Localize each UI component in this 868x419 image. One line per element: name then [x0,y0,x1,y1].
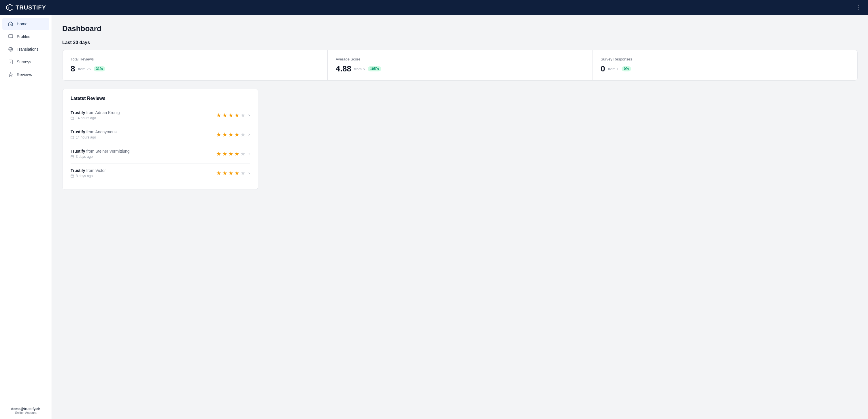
sidebar-item-reviews[interactable]: Reviews [2,68,49,80]
stat-value-0: 8 [71,64,75,73]
chevron-right-icon-3: › [248,170,250,176]
review-from-label-0: from Adrian Kronig [86,110,120,115]
review-profile-2: Trustify [71,149,85,154]
chevron-right-icon-1: › [248,132,250,137]
sidebar-footer: demo@trustify.ch Switch Account [0,402,52,419]
sidebar-item-surveys-label: Surveys [17,60,31,64]
review-list: Trustify from Adrian Kronig 14 hours ago… [71,106,250,183]
stat-survey-responses: Survey Responses 0 from 1 0% [592,50,857,80]
review-title-3: Trustify from Victor [71,168,106,173]
review-title-0: Trustify from Adrian Kronig [71,110,120,115]
review-item-3[interactable]: Trustify from Victor 8 days ago ★★★★★ › [71,164,250,183]
stat-label-1: Average Score [336,57,584,61]
chevron-right-icon-0: › [248,112,250,118]
sidebar-item-surveys[interactable]: Surveys [2,56,49,68]
sidebar-item-translations-label: Translations [17,47,39,52]
review-profile-1: Trustify [71,130,85,134]
stat-value-2: 0 [600,64,605,73]
page-title: Dashboard [62,24,858,33]
star-empty: ★ [240,170,246,176]
review-meta-1: 14 hours ago [71,135,117,139]
review-meta-3: 8 days ago [71,174,106,178]
review-from-label-3: from Victor [86,168,105,173]
stat-badge-0: 31% [94,66,105,71]
star-filled: ★ [222,112,227,119]
reviews-icon [8,72,13,77]
app-logo: T TRUSTIFY [6,3,46,11]
stars-0: ★★★★★ [216,112,246,119]
review-item-1[interactable]: Trustify from Anonymous 14 hours ago ★★★… [71,125,250,144]
star-filled: ★ [228,150,234,157]
calendar-icon-0 [71,116,74,120]
star-empty: ★ [240,131,246,138]
profiles-icon [8,34,13,39]
calendar-icon-1 [71,136,74,139]
home-icon [8,21,13,27]
stat-from-0: from 26 [78,67,91,71]
review-right-2: ★★★★★ › [216,150,250,157]
stat-badge-1: 105% [368,66,381,71]
stats-row: Total Reviews 8 from 26 31% Average Scor… [62,50,858,80]
star-filled: ★ [216,150,221,157]
star-empty: ★ [240,112,246,119]
review-time-1: 14 hours ago [76,135,96,139]
review-title-1: Trustify from Anonymous [71,130,117,134]
review-meta-0: 14 hours ago [71,116,120,120]
star-filled: ★ [234,112,240,119]
star-filled: ★ [216,131,221,138]
review-item-2[interactable]: Trustify from Steiner Vermittlung 3 days… [71,144,250,164]
sidebar-nav: Home Profiles [0,17,52,402]
top-nav: T TRUSTIFY ⋮ [0,0,868,15]
user-email: demo@trustify.ch [6,407,46,411]
sidebar-item-reviews-label: Reviews [17,72,32,77]
review-right-3: ★★★★★ › [216,170,250,176]
star-filled: ★ [216,112,221,119]
star-filled: ★ [234,131,240,138]
stars-3: ★★★★★ [216,170,246,176]
review-profile-3: Trustify [71,168,85,173]
stat-total-reviews: Total Reviews 8 from 26 31% [63,50,328,80]
sidebar-item-translations[interactable]: Translations [2,43,49,55]
review-item-0[interactable]: Trustify from Adrian Kronig 14 hours ago… [71,106,250,125]
stars-1: ★★★★★ [216,131,246,138]
stat-label-2: Survey Responses [600,57,849,61]
sidebar: Home Profiles [0,15,52,419]
svg-rect-6 [71,117,74,120]
review-time-2: 3 days ago [76,155,93,159]
star-filled: ★ [228,131,234,138]
stat-badge-2: 0% [622,66,631,71]
svg-rect-7 [71,136,74,139]
surveys-icon [8,59,13,65]
logo-icon: T [6,3,14,11]
layout: Home Profiles [0,15,868,419]
review-from-label-1: from Anonymous [86,130,117,134]
stat-value-row-0: 8 from 26 31% [71,64,319,73]
review-left-0: Trustify from Adrian Kronig 14 hours ago [71,110,120,120]
review-left-1: Trustify from Anonymous 14 hours ago [71,130,117,139]
stat-from-1: from 5 [354,67,365,71]
period-label: Last 30 days [62,40,858,45]
star-empty: ★ [240,150,246,157]
svg-marker-5 [9,72,13,76]
star-filled: ★ [228,170,234,176]
sidebar-item-profiles-label: Profiles [17,34,30,39]
star-filled: ★ [222,170,227,176]
svg-rect-8 [71,156,74,158]
stat-value-row-1: 4.88 from 5 105% [336,64,584,73]
stat-from-2: from 1 [608,67,619,71]
sidebar-item-profiles[interactable]: Profiles [2,31,49,43]
review-left-3: Trustify from Victor 8 days ago [71,168,106,178]
latest-reviews-title: Latetst Reviews [71,96,250,101]
more-options-button[interactable]: ⋮ [856,4,862,11]
switch-account-button[interactable]: Switch Account [6,411,46,414]
sidebar-item-home[interactable]: Home [2,18,49,30]
review-profile-0: Trustify [71,110,85,115]
calendar-icon-3 [71,174,74,178]
main-content: Dashboard Last 30 days Total Reviews 8 f… [52,15,868,419]
star-filled: ★ [222,150,227,157]
chevron-right-icon-2: › [248,151,250,156]
star-filled: ★ [234,170,240,176]
star-filled: ★ [228,112,234,119]
review-meta-2: 3 days ago [71,155,130,159]
review-right-1: ★★★★★ › [216,131,250,138]
